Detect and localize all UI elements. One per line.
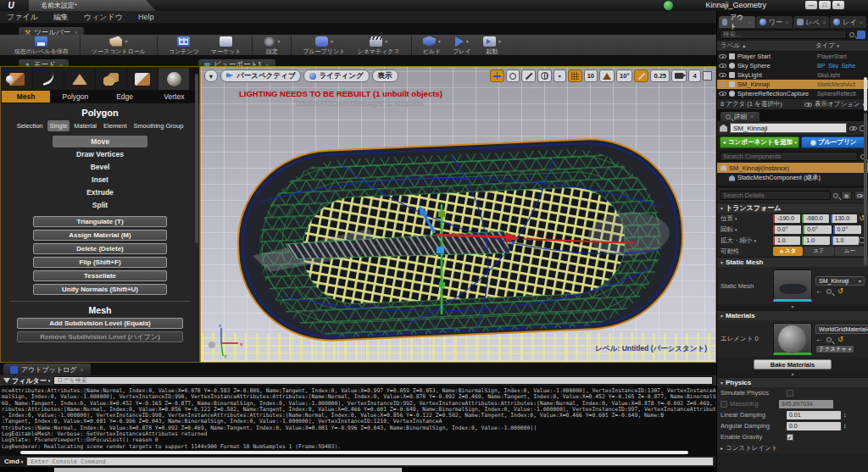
blueprint-button[interactable]: ブループリン bbox=[801, 136, 865, 148]
paint-mode-icon[interactable] bbox=[33, 68, 64, 90]
rotation-label[interactable]: 回転 bbox=[721, 225, 773, 234]
tessellate-button[interactable]: Tessellate bbox=[33, 270, 167, 281]
log-horizontal-scrollbar[interactable] bbox=[20, 451, 688, 454]
camera-speed-button[interactable] bbox=[671, 69, 687, 82]
enable-gravity-checkbox[interactable] bbox=[787, 434, 793, 441]
actor-row-skysphere[interactable]: Sky Sphere BP_Sky_Sphe bbox=[717, 61, 868, 70]
filter-button[interactable]: フィルター bbox=[3, 376, 50, 386]
delete-button[interactable]: Delete (Delete) bbox=[33, 243, 167, 254]
staticmesh-section-header[interactable]: Static Mesh bbox=[717, 257, 868, 267]
camera-mode-button[interactable]: パースペクティブ bbox=[220, 69, 301, 82]
log-search-input[interactable] bbox=[53, 376, 713, 385]
materials-section-header[interactable]: Materials bbox=[717, 310, 868, 320]
flip-button[interactable]: Flip (Shift+F) bbox=[33, 257, 167, 268]
place-mode-icon[interactable] bbox=[2, 68, 32, 90]
section-expander[interactable] bbox=[717, 304, 868, 310]
actor-row-sm-kinnaji[interactable]: SM_Kinnaji StaticMeshAct bbox=[717, 80, 868, 89]
split-button[interactable]: Split bbox=[53, 199, 147, 211]
reset-icon[interactable] bbox=[837, 336, 843, 343]
menu-edit[interactable]: 編集 bbox=[53, 12, 69, 23]
viewport-options-button[interactable] bbox=[204, 69, 218, 82]
details-scrollbar[interactable] bbox=[864, 113, 867, 265]
draw-vertices-button[interactable]: Draw Vertices bbox=[53, 148, 147, 160]
menu-help[interactable]: Help bbox=[138, 13, 154, 21]
triangulate-button[interactable]: Triangulate (T) bbox=[33, 216, 167, 227]
world-local-toggle[interactable] bbox=[537, 69, 552, 82]
close-icon[interactable] bbox=[860, 19, 863, 25]
browse-icon[interactable] bbox=[826, 289, 832, 294]
foliage-mode-icon[interactable] bbox=[96, 68, 126, 90]
close-icon[interactable] bbox=[750, 113, 754, 120]
actor-name-field[interactable] bbox=[730, 123, 847, 133]
scene-mesh[interactable] bbox=[201, 67, 716, 363]
visibility-eye-icon[interactable] bbox=[719, 64, 726, 68]
tab-layers[interactable]: レイ bbox=[830, 16, 866, 28]
selectmode-selection[interactable]: Selection bbox=[14, 120, 46, 131]
reset-icon[interactable] bbox=[837, 287, 843, 295]
rotation-snap-toggle[interactable] bbox=[599, 69, 615, 82]
view-options-button[interactable]: 表示オプション bbox=[804, 100, 865, 108]
selectmode-single[interactable]: Single bbox=[47, 120, 70, 131]
details-tab[interactable]: 詳細 bbox=[721, 112, 760, 122]
staticmesh-dropdown[interactable]: SM_Kinnaji bbox=[815, 276, 865, 286]
mobility-movable-button[interactable]: ムー bbox=[835, 247, 865, 256]
surface-snap-button[interactable] bbox=[554, 69, 566, 82]
cinematics-button[interactable]: シネマティクス bbox=[351, 36, 405, 56]
location-label[interactable]: 位置 bbox=[721, 214, 773, 223]
move-button[interactable]: Move bbox=[53, 136, 147, 147]
add-component-button[interactable]: コンポーネントを追加 bbox=[720, 136, 799, 148]
selectmode-element[interactable]: Element bbox=[101, 120, 130, 131]
simulate-physics-checkbox[interactable] bbox=[787, 390, 793, 397]
save-level-button[interactable]: 現在のレベルを保存 bbox=[8, 36, 75, 56]
details-search-input[interactable] bbox=[720, 191, 831, 200]
material-thumbnail[interactable] bbox=[773, 323, 812, 355]
use-selected-icon[interactable] bbox=[815, 336, 822, 343]
grid-snap-toggle[interactable] bbox=[568, 69, 582, 82]
add-subdivision-button[interactable]: Add Subdivision Level (Equals) bbox=[17, 318, 183, 329]
cmd-selector[interactable]: Cmd bbox=[4, 458, 23, 465]
scale-snap-value[interactable]: 0.25 bbox=[650, 69, 670, 82]
tab-levels[interactable]: レベ bbox=[793, 16, 830, 28]
rotation-x-field[interactable]: 0.0° bbox=[773, 225, 801, 234]
visibility-eye-icon[interactable] bbox=[719, 73, 726, 77]
chevron-down-icon[interactable] bbox=[438, 38, 441, 44]
chevron-down-icon[interactable] bbox=[277, 38, 280, 44]
mobility-static-button[interactable]: スタ bbox=[773, 247, 803, 256]
component-root-row[interactable]: SM_Kinnaji(Instance) bbox=[717, 163, 868, 173]
material-dropdown[interactable]: WorldGridMaterial bbox=[815, 325, 868, 334]
visibility-icon[interactable] bbox=[849, 126, 857, 130]
selectmode-material[interactable]: Material bbox=[71, 120, 99, 131]
constraints-row[interactable]: コンストレイント bbox=[717, 442, 868, 453]
gizmo-blue-handle[interactable] bbox=[437, 247, 444, 253]
geometry-mode-icon[interactable] bbox=[127, 68, 158, 90]
location-y-field[interactable]: -980.0 bbox=[802, 214, 829, 223]
settings-button[interactable]: 設定 bbox=[258, 36, 286, 56]
grid-snap-value[interactable]: 10 bbox=[584, 69, 598, 82]
location-x-field[interactable]: -190.0 bbox=[773, 214, 800, 223]
scale-x-field[interactable]: 1.0 bbox=[773, 236, 800, 245]
unify-normals-button[interactable]: Unify Normals (Shift+U) bbox=[33, 284, 167, 295]
scale-label[interactable]: 拡大・縮小 bbox=[721, 236, 773, 245]
scale-z-field[interactable]: 1.0 bbox=[832, 236, 859, 245]
chevron-down-icon[interactable] bbox=[125, 38, 127, 44]
extrude-button[interactable]: Extrude bbox=[53, 186, 147, 198]
close-icon[interactable] bbox=[785, 19, 788, 25]
visibility-eye-icon[interactable] bbox=[719, 92, 726, 96]
tab-mesh[interactable]: Mesh bbox=[2, 91, 50, 103]
landscape-mode-icon[interactable] bbox=[64, 68, 95, 90]
menu-file[interactable]: ファイル bbox=[7, 12, 38, 23]
log-lines[interactable]: nceAttributes:Attributes:[Name:Normal, I… bbox=[0, 386, 716, 450]
assign-material-button[interactable]: Assign Material (M) bbox=[33, 230, 167, 241]
console-input[interactable] bbox=[26, 457, 714, 466]
close-button[interactable]: × bbox=[832, 1, 844, 9]
filter-add-icon[interactable] bbox=[857, 31, 865, 39]
column-type[interactable]: タイプ bbox=[815, 42, 865, 50]
menu-window[interactable]: ウィンドウ bbox=[84, 12, 123, 23]
staticmesh-thumbnail[interactable] bbox=[773, 269, 812, 302]
output-log-tab[interactable]: アウトプットログ bbox=[3, 364, 91, 375]
section-collapser[interactable] bbox=[717, 371, 868, 377]
selectmode-smoothing[interactable]: Smoothing Group bbox=[131, 120, 186, 131]
physics-section-header[interactable]: Physics bbox=[717, 377, 868, 387]
visibility-eye-icon[interactable] bbox=[719, 82, 726, 86]
inset-button[interactable]: Inset bbox=[53, 174, 147, 186]
